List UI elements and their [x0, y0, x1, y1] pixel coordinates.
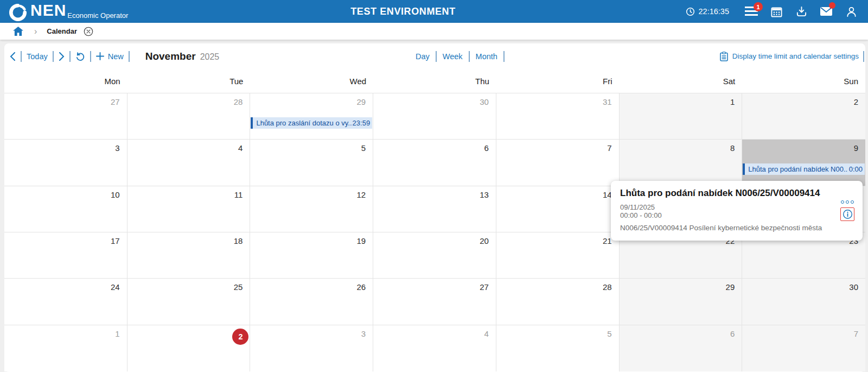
- profile-button[interactable]: [839, 0, 864, 23]
- breadcrumb-item[interactable]: Calendar: [47, 27, 77, 35]
- calendar-cell[interactable]: 29Lhůta pro zaslání dotazu o vy...23:59: [250, 93, 373, 140]
- breadcrumb: › Calendar: [0, 23, 868, 40]
- calendar-cell[interactable]: 7: [742, 325, 865, 371]
- calendar-cell[interactable]: 20: [373, 232, 496, 279]
- today-button[interactable]: Today: [27, 52, 48, 61]
- nen-logo[interactable]: NEN Economic Operator: [9, 1, 128, 22]
- prev-period-button[interactable]: [10, 52, 16, 61]
- calendar-event[interactable]: Lhůta pro podání nabídek N00...0:00: [743, 163, 865, 175]
- calendar-cell[interactable]: 1: [4, 325, 127, 371]
- calendar-button[interactable]: [764, 0, 789, 23]
- toolbar-separator: [21, 51, 22, 62]
- calendar-cell[interactable]: 24: [4, 279, 127, 325]
- mail-badge: [829, 2, 835, 9]
- cell-date: 9: [854, 143, 858, 153]
- cell-date: 30: [849, 282, 858, 292]
- event-label: Lhůta pro zaslání dotazu o vy...: [256, 119, 351, 127]
- calendar-cell[interactable]: 8: [620, 140, 743, 186]
- today-marker: 2: [232, 329, 248, 345]
- app-screen: NEN Economic Operator TEST ENVIRONMENT 2…: [0, 0, 868, 372]
- session-clock: 22:16:35: [686, 7, 729, 16]
- calendar-event[interactable]: Lhůta pro zaslání dotazu o vy...23:59: [251, 117, 372, 129]
- calendar-cell[interactable]: 31: [496, 93, 620, 140]
- calendar-cell[interactable]: 26: [250, 279, 373, 325]
- day-header-thu: Thu: [373, 69, 496, 93]
- calendar-cell[interactable]: 27: [373, 279, 496, 325]
- calendar-cell[interactable]: 9Lhůta pro podání nabídek N00...0:00: [742, 140, 865, 186]
- calendar-cell[interactable]: 7: [496, 140, 620, 186]
- calendar-cell[interactable]: 3: [4, 140, 127, 186]
- new-event-button[interactable]: New: [96, 52, 124, 61]
- event-popup-date: 09/11/2025: [620, 203, 832, 211]
- calendar-cell[interactable]: 6: [620, 325, 743, 371]
- calendar-settings-link[interactable]: Display time limit and calendar settings: [720, 43, 864, 69]
- view-day-button[interactable]: Day: [416, 52, 430, 61]
- cell-date: 20: [480, 236, 489, 245]
- calendar-cell[interactable]: 3: [250, 325, 373, 371]
- calendar-cell[interactable]: 28: [496, 279, 620, 325]
- current-month-title: November 2025: [145, 51, 220, 62]
- calendar-cell[interactable]: 5: [250, 140, 373, 186]
- cell-date: 13: [480, 190, 489, 199]
- calendar-cell[interactable]: 4: [373, 325, 496, 371]
- calendar-cell[interactable]: 19: [250, 232, 373, 279]
- day-header-sun: Sun: [742, 69, 865, 93]
- calendar-cell[interactable]: 4: [127, 140, 251, 186]
- cell-date: 27: [111, 97, 120, 106]
- cell-date: 8: [730, 143, 735, 153]
- home-icon[interactable]: [13, 27, 23, 36]
- calendar-cell[interactable]: 30: [742, 279, 865, 325]
- calendar-cell[interactable]: 14: [496, 186, 620, 232]
- toolbar-separator: [90, 51, 91, 62]
- cell-date: 29: [726, 282, 735, 292]
- cell-date: 31: [603, 97, 612, 106]
- calendar-cell[interactable]: 11: [127, 186, 251, 232]
- event-time: 23:59: [353, 119, 371, 127]
- calendar-cell[interactable]: 5: [496, 325, 620, 371]
- view-switcher: Day Week Month: [416, 43, 505, 69]
- download-button[interactable]: [789, 0, 814, 23]
- calendar-toolbar: Today New N: [4, 43, 865, 69]
- cell-date: 5: [361, 143, 366, 153]
- cell-date: 25: [234, 282, 243, 292]
- calendar-cell[interactable]: 2: [742, 93, 865, 140]
- calendar-cell[interactable]: 21: [496, 232, 620, 279]
- refresh-button[interactable]: [75, 52, 85, 61]
- more-options-icon[interactable]: [841, 200, 854, 204]
- calendar-cell[interactable]: 6: [373, 140, 496, 186]
- day-header-sat: Sat: [620, 69, 743, 93]
- next-period-button[interactable]: [59, 52, 65, 61]
- calendar-cell[interactable]: 29: [620, 279, 743, 325]
- event-popup-time: 00:00 - 00:00: [620, 211, 832, 219]
- menu-button[interactable]: 1: [739, 0, 764, 23]
- view-month-button[interactable]: Month: [476, 52, 497, 61]
- calendar-cell[interactable]: 17: [4, 232, 127, 279]
- cell-date: 4: [484, 329, 489, 338]
- close-tab-icon[interactable]: [84, 27, 93, 36]
- calendar-cell[interactable]: 13: [373, 186, 496, 232]
- clock-time: 22:16:35: [699, 7, 729, 16]
- day-header-wed: Wed: [250, 69, 373, 93]
- calendar-cell[interactable]: 27: [4, 93, 127, 140]
- mail-button[interactable]: [814, 0, 839, 23]
- info-button[interactable]: [840, 207, 854, 221]
- settings-label: Display time limit and calendar settings: [732, 52, 859, 60]
- calendar-cell[interactable]: 18: [127, 232, 251, 279]
- calendar-cell[interactable]: 2: [127, 325, 251, 371]
- cell-date: 28: [603, 282, 612, 292]
- day-header-row: MonTueWedThuFriSatSun: [4, 69, 865, 93]
- cell-date: 5: [607, 329, 611, 338]
- calendar-cell[interactable]: 28: [127, 93, 251, 140]
- day-header-fri: Fri: [496, 69, 620, 93]
- nen-logo-icon: [9, 3, 27, 22]
- calendar-cell[interactable]: 30: [373, 93, 496, 140]
- cell-date: 18: [234, 236, 243, 245]
- calendar-cell[interactable]: 12: [250, 186, 373, 232]
- calendar-cell[interactable]: 10: [4, 186, 127, 232]
- calendar-cell[interactable]: 1: [620, 93, 743, 140]
- view-week-button[interactable]: Week: [443, 52, 463, 61]
- info-icon: [843, 209, 853, 219]
- calendar-cell[interactable]: 25: [127, 279, 251, 325]
- cell-date: 4: [238, 143, 242, 153]
- cell-date: 10: [111, 190, 120, 199]
